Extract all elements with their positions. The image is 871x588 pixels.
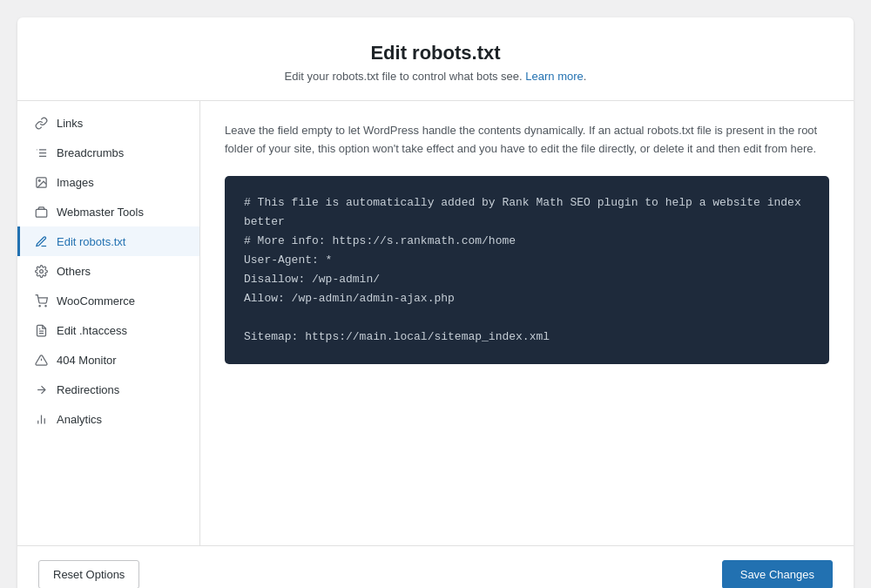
svg-point-8: [44, 305, 45, 306]
breadcrumbs-icon: [34, 145, 48, 159]
redirections-icon: [34, 382, 48, 396]
svg-point-4: [38, 179, 40, 181]
svg-point-7: [39, 305, 40, 306]
main-content: Leave the field empty to let WordPress h…: [200, 101, 854, 545]
sidebar-item-redirections[interactable]: Redirections: [17, 375, 199, 404]
sidebar-item-webmaster-tools-label: Webmaster Tools: [57, 206, 144, 219]
webmaster-tools-icon: [34, 205, 48, 219]
sidebar-item-images-label: Images: [57, 176, 94, 189]
woocommerce-icon: [34, 294, 48, 308]
sidebar-item-webmaster-tools[interactable]: Webmaster Tools: [17, 197, 199, 226]
link-icon: [34, 116, 48, 130]
code-editor[interactable]: # This file is automatically added by Ra…: [225, 176, 829, 365]
svg-rect-5: [36, 209, 47, 217]
sidebar-item-analytics-label: Analytics: [57, 413, 102, 426]
reset-options-button[interactable]: Reset Options: [38, 560, 139, 588]
images-icon: [34, 175, 48, 189]
sidebar-item-404-monitor[interactable]: 404 Monitor: [17, 345, 199, 375]
sidebar-item-redirections-label: Redirections: [57, 383, 119, 396]
sidebar-item-analytics[interactable]: Analytics: [17, 404, 199, 434]
page-title: Edit robots.txt: [35, 42, 836, 64]
sidebar-item-edit-robots-label: Edit robots.txt: [57, 235, 125, 248]
others-icon: [34, 264, 48, 278]
sidebar-item-others[interactable]: Others: [17, 256, 199, 286]
sidebar-item-images[interactable]: Images: [17, 167, 199, 197]
sidebar-item-edit-robots[interactable]: Edit robots.txt: [17, 226, 199, 256]
sidebar-item-others-label: Others: [57, 265, 91, 278]
sidebar-item-links[interactable]: Links: [17, 108, 199, 138]
sidebar-item-breadcrumbs[interactable]: Breadcrumbs: [17, 138, 199, 167]
save-changes-button[interactable]: Save Changes: [722, 560, 833, 588]
sidebar-item-404-monitor-label: 404 Monitor: [57, 354, 117, 367]
header-subtitle: Edit your robots.txt file to control wha…: [35, 70, 836, 83]
sidebar: Links Breadcrumbs: [17, 101, 200, 545]
page-header: Edit robots.txt Edit your robots.txt fil…: [17, 17, 854, 101]
sidebar-item-edit-htaccess-label: Edit .htaccess: [57, 324, 127, 337]
edit-htaccess-icon: [34, 323, 48, 337]
sidebar-item-woocommerce-label: WooCommerce: [57, 294, 135, 308]
page-container: Edit robots.txt Edit your robots.txt fil…: [17, 17, 854, 588]
analytics-icon: [34, 412, 48, 426]
sidebar-item-breadcrumbs-label: Breadcrumbs: [57, 146, 124, 159]
sidebar-item-edit-htaccess[interactable]: Edit .htaccess: [17, 315, 199, 345]
body-area: Links Breadcrumbs: [17, 101, 854, 545]
404-monitor-icon: [34, 353, 48, 367]
description-text: Leave the field empty to let WordPress h…: [225, 122, 829, 159]
svg-point-6: [39, 269, 43, 273]
sidebar-item-links-label: Links: [57, 117, 83, 130]
sidebar-item-woocommerce[interactable]: WooCommerce: [17, 286, 199, 315]
learn-more-link[interactable]: Learn more: [525, 70, 583, 83]
edit-robots-icon: [34, 234, 48, 248]
footer: Reset Options Save Changes: [17, 545, 854, 588]
